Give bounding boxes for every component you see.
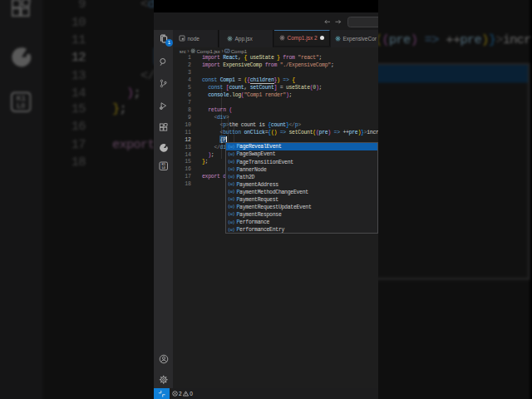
svg-text:L0: L0 bbox=[17, 101, 25, 110]
svg-text:L0: L0 bbox=[161, 166, 165, 170]
